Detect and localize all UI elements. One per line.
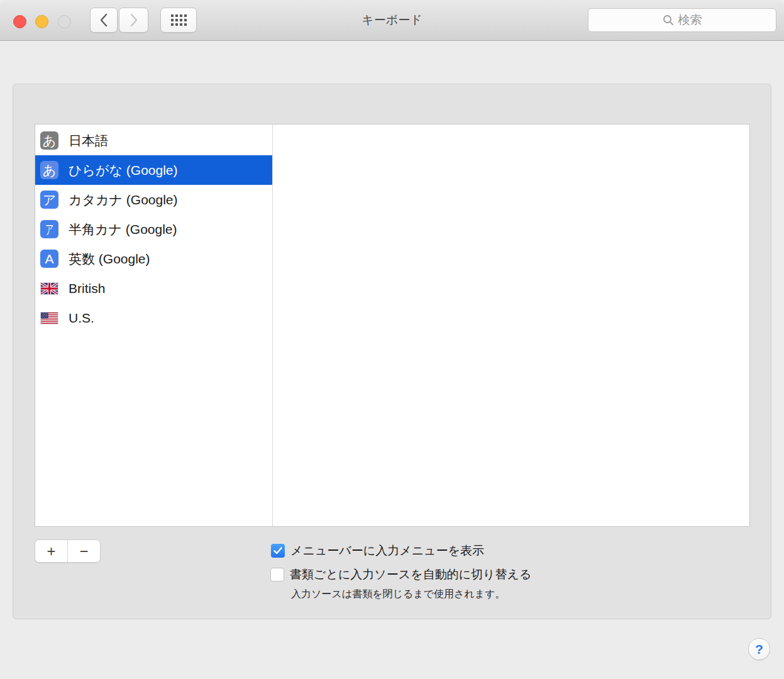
- chevron-left-icon: [99, 13, 108, 27]
- help-button[interactable]: ?: [748, 638, 770, 660]
- auto-switch-option: 書類ごとに入力ソースを自動的に切り替える: [270, 566, 531, 583]
- close-button[interactable]: [13, 15, 26, 28]
- input-source-label: British: [69, 281, 105, 296]
- katakana-input-icon: ア: [40, 190, 58, 209]
- back-button[interactable]: [90, 8, 118, 33]
- checkmark-icon: [273, 547, 282, 555]
- preference-pane: あ 日本語 あ ひらがな (Google) ア カタカナ (Google) ア …: [13, 84, 771, 619]
- show-input-menu-option: メニューバーに入力メニューを表示: [271, 543, 484, 559]
- input-source-label: 半角カナ (Google): [69, 221, 177, 238]
- remove-input-source-button[interactable]: −: [68, 540, 100, 562]
- auto-switch-label: 書類ごとに入力ソースを自動的に切り替える: [290, 566, 531, 583]
- japanese-input-icon: あ: [40, 131, 58, 150]
- add-remove-control: + −: [35, 539, 101, 563]
- zoom-button: [58, 15, 71, 28]
- input-source-row-hiragana[interactable]: あ ひらがな (Google): [35, 155, 272, 185]
- add-input-source-button[interactable]: +: [35, 540, 68, 562]
- input-source-label: 英数 (Google): [69, 250, 150, 268]
- input-sources-list[interactable]: あ 日本語 あ ひらがな (Google) ア カタカナ (Google) ア …: [35, 124, 273, 526]
- show-input-menu-label: メニューバーに入力メニューを表示: [290, 543, 484, 559]
- search-placeholder: 検索: [678, 12, 702, 28]
- input-source-row-british[interactable]: British: [35, 273, 272, 303]
- input-source-detail-pane: [273, 124, 749, 526]
- system-preferences-window: キーボード 検索 あ 日本語: [0, 0, 784, 679]
- minimize-button[interactable]: [35, 15, 48, 28]
- hiragana-input-icon: あ: [40, 161, 58, 179]
- input-source-row-us[interactable]: U.S.: [35, 303, 272, 333]
- grid-icon: [171, 14, 187, 26]
- chevron-right-icon: [130, 13, 138, 27]
- search-input[interactable]: 検索: [588, 8, 776, 32]
- help-question-mark: ?: [755, 642, 763, 657]
- input-source-label: カタカナ (Google): [69, 191, 178, 209]
- title-bar: キーボード 検索: [0, 0, 784, 41]
- forward-button: [119, 8, 148, 33]
- search-icon: [663, 14, 674, 26]
- show-all-button[interactable]: [160, 8, 197, 33]
- input-source-label: 日本語: [69, 132, 108, 150]
- input-source-row-japanese[interactable]: あ 日本語: [35, 126, 272, 155]
- input-sources-listbox: あ 日本語 あ ひらがな (Google) ア カタカナ (Google) ア …: [35, 124, 750, 527]
- input-source-label: U.S.: [69, 311, 94, 326]
- input-source-row-halfwidth-katakana[interactable]: ア 半角カナ (Google): [35, 214, 272, 244]
- uk-flag-icon: [40, 282, 58, 295]
- us-flag-icon: [40, 312, 58, 324]
- show-input-menu-checkbox[interactable]: [271, 544, 285, 558]
- auto-switch-checkbox[interactable]: [270, 568, 284, 582]
- alphanumeric-input-icon: A: [40, 250, 58, 268]
- auto-switch-note: 入力ソースは書類を閉じるまで使用されます。: [291, 588, 505, 601]
- input-source-row-katakana[interactable]: ア カタカナ (Google): [35, 185, 272, 214]
- input-source-label: ひらがな (Google): [69, 162, 178, 179]
- input-source-row-alphanumeric[interactable]: A 英数 (Google): [35, 244, 272, 273]
- halfwidth-katakana-input-icon: ア: [40, 220, 58, 238]
